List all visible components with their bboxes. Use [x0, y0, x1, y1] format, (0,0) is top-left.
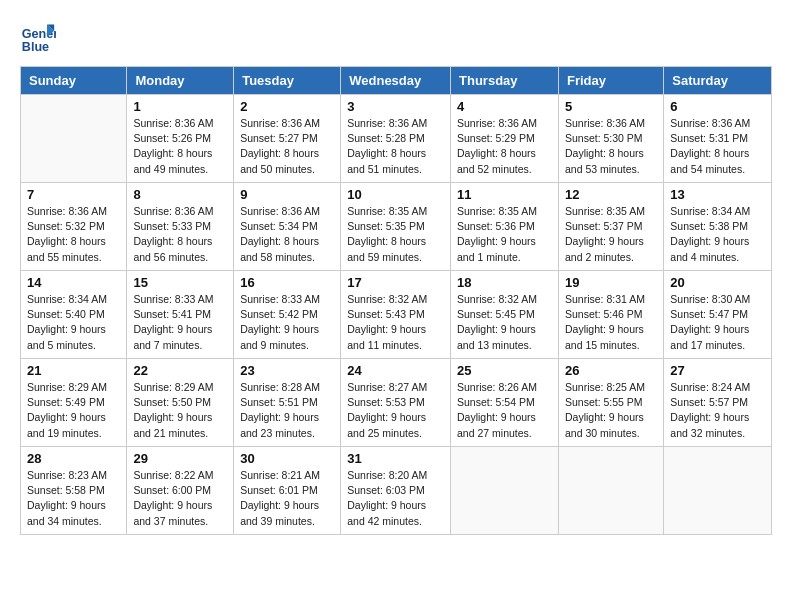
- svg-text:Blue: Blue: [22, 40, 49, 54]
- calendar-cell: 4Sunrise: 8:36 AMSunset: 5:29 PMDaylight…: [451, 95, 559, 183]
- day-number: 9: [240, 187, 334, 202]
- day-number: 26: [565, 363, 657, 378]
- day-number: 10: [347, 187, 444, 202]
- calendar-cell: 13Sunrise: 8:34 AMSunset: 5:38 PMDayligh…: [664, 183, 772, 271]
- day-info: Sunrise: 8:36 AMSunset: 5:29 PMDaylight:…: [457, 116, 552, 177]
- day-info: Sunrise: 8:33 AMSunset: 5:41 PMDaylight:…: [133, 292, 227, 353]
- calendar-cell: 17Sunrise: 8:32 AMSunset: 5:43 PMDayligh…: [341, 271, 451, 359]
- day-number: 1: [133, 99, 227, 114]
- day-info: Sunrise: 8:33 AMSunset: 5:42 PMDaylight:…: [240, 292, 334, 353]
- day-number: 3: [347, 99, 444, 114]
- day-info: Sunrise: 8:30 AMSunset: 5:47 PMDaylight:…: [670, 292, 765, 353]
- col-header-saturday: Saturday: [664, 67, 772, 95]
- day-number: 6: [670, 99, 765, 114]
- day-info: Sunrise: 8:23 AMSunset: 5:58 PMDaylight:…: [27, 468, 120, 529]
- day-number: 22: [133, 363, 227, 378]
- calendar-cell: 16Sunrise: 8:33 AMSunset: 5:42 PMDayligh…: [234, 271, 341, 359]
- day-number: 23: [240, 363, 334, 378]
- day-number: 25: [457, 363, 552, 378]
- day-info: Sunrise: 8:36 AMSunset: 5:26 PMDaylight:…: [133, 116, 227, 177]
- col-header-thursday: Thursday: [451, 67, 559, 95]
- calendar-cell: 30Sunrise: 8:21 AMSunset: 6:01 PMDayligh…: [234, 447, 341, 535]
- calendar-cell: 23Sunrise: 8:28 AMSunset: 5:51 PMDayligh…: [234, 359, 341, 447]
- day-number: 14: [27, 275, 120, 290]
- day-info: Sunrise: 8:36 AMSunset: 5:27 PMDaylight:…: [240, 116, 334, 177]
- day-info: Sunrise: 8:35 AMSunset: 5:36 PMDaylight:…: [457, 204, 552, 265]
- day-number: 12: [565, 187, 657, 202]
- day-number: 28: [27, 451, 120, 466]
- calendar-cell: 5Sunrise: 8:36 AMSunset: 5:30 PMDaylight…: [558, 95, 663, 183]
- calendar-cell: 9Sunrise: 8:36 AMSunset: 5:34 PMDaylight…: [234, 183, 341, 271]
- calendar-cell: 8Sunrise: 8:36 AMSunset: 5:33 PMDaylight…: [127, 183, 234, 271]
- calendar-cell: 25Sunrise: 8:26 AMSunset: 5:54 PMDayligh…: [451, 359, 559, 447]
- calendar-cell: 6Sunrise: 8:36 AMSunset: 5:31 PMDaylight…: [664, 95, 772, 183]
- page-header: General Blue: [20, 20, 772, 56]
- day-number: 7: [27, 187, 120, 202]
- day-number: 5: [565, 99, 657, 114]
- day-info: Sunrise: 8:32 AMSunset: 5:43 PMDaylight:…: [347, 292, 444, 353]
- day-info: Sunrise: 8:29 AMSunset: 5:50 PMDaylight:…: [133, 380, 227, 441]
- calendar-cell: 19Sunrise: 8:31 AMSunset: 5:46 PMDayligh…: [558, 271, 663, 359]
- day-info: Sunrise: 8:36 AMSunset: 5:34 PMDaylight:…: [240, 204, 334, 265]
- calendar-cell: 22Sunrise: 8:29 AMSunset: 5:50 PMDayligh…: [127, 359, 234, 447]
- day-info: Sunrise: 8:36 AMSunset: 5:28 PMDaylight:…: [347, 116, 444, 177]
- calendar-cell: 11Sunrise: 8:35 AMSunset: 5:36 PMDayligh…: [451, 183, 559, 271]
- week-row-4: 21Sunrise: 8:29 AMSunset: 5:49 PMDayligh…: [21, 359, 772, 447]
- day-number: 8: [133, 187, 227, 202]
- day-info: Sunrise: 8:35 AMSunset: 5:37 PMDaylight:…: [565, 204, 657, 265]
- calendar-cell: 3Sunrise: 8:36 AMSunset: 5:28 PMDaylight…: [341, 95, 451, 183]
- day-info: Sunrise: 8:28 AMSunset: 5:51 PMDaylight:…: [240, 380, 334, 441]
- week-row-1: 1Sunrise: 8:36 AMSunset: 5:26 PMDaylight…: [21, 95, 772, 183]
- day-info: Sunrise: 8:36 AMSunset: 5:32 PMDaylight:…: [27, 204, 120, 265]
- calendar-cell: 24Sunrise: 8:27 AMSunset: 5:53 PMDayligh…: [341, 359, 451, 447]
- calendar-cell: [21, 95, 127, 183]
- day-info: Sunrise: 8:29 AMSunset: 5:49 PMDaylight:…: [27, 380, 120, 441]
- week-row-5: 28Sunrise: 8:23 AMSunset: 5:58 PMDayligh…: [21, 447, 772, 535]
- day-number: 11: [457, 187, 552, 202]
- day-info: Sunrise: 8:34 AMSunset: 5:38 PMDaylight:…: [670, 204, 765, 265]
- day-number: 31: [347, 451, 444, 466]
- calendar-cell: 21Sunrise: 8:29 AMSunset: 5:49 PMDayligh…: [21, 359, 127, 447]
- day-info: Sunrise: 8:32 AMSunset: 5:45 PMDaylight:…: [457, 292, 552, 353]
- day-number: 30: [240, 451, 334, 466]
- calendar-cell: 15Sunrise: 8:33 AMSunset: 5:41 PMDayligh…: [127, 271, 234, 359]
- day-info: Sunrise: 8:25 AMSunset: 5:55 PMDaylight:…: [565, 380, 657, 441]
- day-number: 18: [457, 275, 552, 290]
- logo-icon: General Blue: [20, 20, 56, 56]
- calendar-cell: 31Sunrise: 8:20 AMSunset: 6:03 PMDayligh…: [341, 447, 451, 535]
- calendar-cell: 1Sunrise: 8:36 AMSunset: 5:26 PMDaylight…: [127, 95, 234, 183]
- day-info: Sunrise: 8:36 AMSunset: 5:30 PMDaylight:…: [565, 116, 657, 177]
- calendar-cell: 26Sunrise: 8:25 AMSunset: 5:55 PMDayligh…: [558, 359, 663, 447]
- day-info: Sunrise: 8:26 AMSunset: 5:54 PMDaylight:…: [457, 380, 552, 441]
- calendar-cell: 7Sunrise: 8:36 AMSunset: 5:32 PMDaylight…: [21, 183, 127, 271]
- calendar-cell: 10Sunrise: 8:35 AMSunset: 5:35 PMDayligh…: [341, 183, 451, 271]
- day-info: Sunrise: 8:22 AMSunset: 6:00 PMDaylight:…: [133, 468, 227, 529]
- col-header-friday: Friday: [558, 67, 663, 95]
- calendar-cell: [558, 447, 663, 535]
- day-number: 27: [670, 363, 765, 378]
- week-row-3: 14Sunrise: 8:34 AMSunset: 5:40 PMDayligh…: [21, 271, 772, 359]
- calendar-cell: 27Sunrise: 8:24 AMSunset: 5:57 PMDayligh…: [664, 359, 772, 447]
- calendar-cell: 20Sunrise: 8:30 AMSunset: 5:47 PMDayligh…: [664, 271, 772, 359]
- day-info: Sunrise: 8:31 AMSunset: 5:46 PMDaylight:…: [565, 292, 657, 353]
- day-number: 20: [670, 275, 765, 290]
- col-header-tuesday: Tuesday: [234, 67, 341, 95]
- calendar-cell: 29Sunrise: 8:22 AMSunset: 6:00 PMDayligh…: [127, 447, 234, 535]
- day-info: Sunrise: 8:35 AMSunset: 5:35 PMDaylight:…: [347, 204, 444, 265]
- calendar-cell: [451, 447, 559, 535]
- week-row-2: 7Sunrise: 8:36 AMSunset: 5:32 PMDaylight…: [21, 183, 772, 271]
- logo: General Blue: [20, 20, 56, 56]
- calendar-cell: 2Sunrise: 8:36 AMSunset: 5:27 PMDaylight…: [234, 95, 341, 183]
- col-header-sunday: Sunday: [21, 67, 127, 95]
- calendar-cell: 28Sunrise: 8:23 AMSunset: 5:58 PMDayligh…: [21, 447, 127, 535]
- calendar-cell: [664, 447, 772, 535]
- day-info: Sunrise: 8:24 AMSunset: 5:57 PMDaylight:…: [670, 380, 765, 441]
- day-number: 17: [347, 275, 444, 290]
- day-number: 2: [240, 99, 334, 114]
- calendar-cell: 18Sunrise: 8:32 AMSunset: 5:45 PMDayligh…: [451, 271, 559, 359]
- day-number: 21: [27, 363, 120, 378]
- col-header-wednesday: Wednesday: [341, 67, 451, 95]
- calendar-cell: 14Sunrise: 8:34 AMSunset: 5:40 PMDayligh…: [21, 271, 127, 359]
- col-header-monday: Monday: [127, 67, 234, 95]
- day-number: 16: [240, 275, 334, 290]
